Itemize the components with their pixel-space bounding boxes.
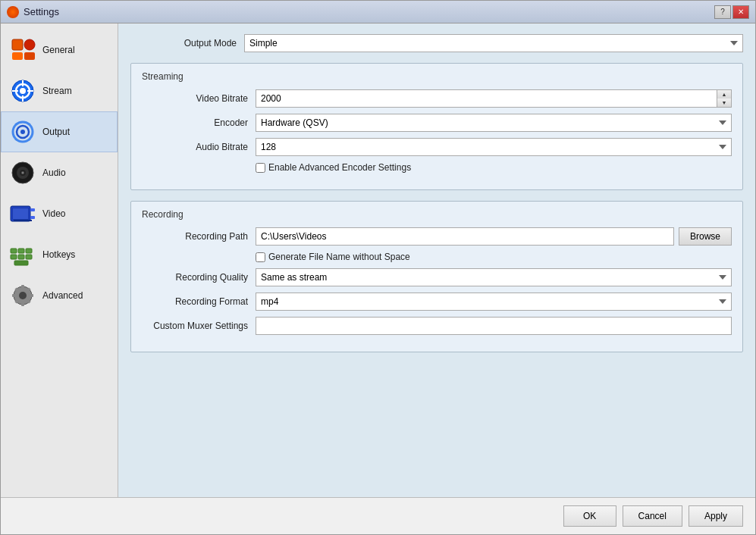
- video-icon-wrap: [9, 200, 36, 227]
- enable-advanced-checkbox[interactable]: [256, 163, 265, 173]
- bitrate-spin-up[interactable]: ▲: [717, 90, 731, 99]
- title-bar-controls: ? ✕: [714, 5, 749, 19]
- output-mode-row: Output Mode Simple Advanced: [130, 34, 743, 52]
- sidebar-item-general[interactable]: General: [1, 30, 118, 70]
- output-mode-wrap: Simple Advanced: [244, 34, 743, 52]
- svg-rect-28: [26, 249, 32, 253]
- recording-path-row: Recording Path Browse: [142, 227, 732, 246]
- recording-path-label: Recording Path: [142, 231, 248, 242]
- recording-format-select[interactable]: mp4 flv mkv mov ts: [256, 293, 732, 311]
- recording-quality-wrap: Same as stream High Quality, Medium File…: [256, 268, 732, 286]
- streaming-section: Streaming Video Bitrate ▲ ▼: [130, 63, 743, 190]
- encoder-label: Encoder: [142, 117, 248, 128]
- sidebar-item-advanced[interactable]: Advanced: [1, 275, 118, 316]
- svg-point-18: [22, 172, 24, 174]
- sidebar-label-output: Output: [42, 127, 70, 137]
- sidebar-label-hotkeys: Hotkeys: [42, 249, 75, 260]
- advanced-icon-wrap: [9, 282, 36, 309]
- encoder-select[interactable]: Hardware (QSV) Software (x264) Hardware …: [256, 114, 732, 132]
- sidebar: General Stream: [1, 23, 118, 497]
- sidebar-item-output[interactable]: Output: [1, 111, 118, 152]
- recording-quality-select[interactable]: Same as stream High Quality, Medium File…: [256, 268, 732, 286]
- svg-rect-32: [14, 261, 28, 265]
- window-title: Settings: [24, 6, 59, 17]
- recording-quality-label: Recording Quality: [142, 272, 248, 283]
- recording-path-input[interactable]: [256, 227, 674, 246]
- cancel-button[interactable]: Cancel: [623, 505, 682, 527]
- enable-advanced-row: Enable Advanced Encoder Settings: [256, 162, 732, 173]
- output-icon-wrap: [9, 118, 36, 145]
- app-icon: [7, 6, 19, 18]
- bottom-bar: OK Cancel Apply: [1, 497, 755, 534]
- audio-icon: [9, 159, 36, 186]
- svg-point-13: [20, 130, 25, 134]
- recording-section: Recording Recording Path Browse Generate…: [130, 201, 743, 352]
- recording-path-input-wrap: Browse: [256, 227, 732, 246]
- svg-rect-27: [18, 249, 24, 253]
- main-panel: Output Mode Simple Advanced Streaming Vi…: [118, 23, 755, 497]
- svg-point-1: [24, 39, 35, 50]
- ok-button[interactable]: OK: [563, 505, 616, 527]
- custom-muxer-wrap: [256, 317, 732, 335]
- sidebar-item-video[interactable]: Video: [1, 193, 118, 234]
- custom-muxer-input[interactable]: [256, 317, 732, 335]
- audio-bitrate-wrap: 64 96 128 160 192 256 320: [256, 138, 732, 156]
- general-icon-wrap: [9, 36, 36, 64]
- recording-format-label: Recording Format: [142, 296, 248, 307]
- recording-path-wrap: Browse: [256, 227, 732, 246]
- video-bitrate-label: Video Bitrate: [142, 93, 248, 104]
- svg-rect-29: [11, 255, 17, 259]
- video-bitrate-input[interactable]: [256, 89, 717, 108]
- svg-rect-38: [30, 294, 33, 297]
- video-bitrate-spinner: ▲ ▼: [717, 89, 732, 108]
- svg-rect-0: [12, 39, 23, 50]
- svg-rect-26: [11, 249, 17, 253]
- recording-format-row: Recording Format mp4 flv mkv mov ts: [142, 293, 732, 311]
- stream-icon-wrap: [9, 77, 36, 105]
- sidebar-label-general: General: [42, 45, 75, 55]
- recording-quality-row: Recording Quality Same as stream High Qu…: [142, 268, 732, 286]
- svg-rect-24: [30, 216, 35, 219]
- custom-muxer-row: Custom Muxer Settings: [142, 317, 732, 335]
- stream-icon: [9, 77, 36, 105]
- video-bitrate-row: Video Bitrate ▲ ▼: [142, 89, 732, 108]
- generate-filename-label[interactable]: Generate File Name without Space: [268, 252, 410, 262]
- sidebar-label-video: Video: [42, 208, 65, 219]
- title-bar-left: Settings: [7, 6, 59, 18]
- sidebar-item-audio[interactable]: Audio: [1, 152, 118, 193]
- bitrate-spin-down[interactable]: ▼: [717, 99, 731, 107]
- sidebar-item-stream[interactable]: Stream: [1, 70, 118, 111]
- content-area: General Stream: [1, 23, 755, 497]
- sidebar-label-stream: Stream: [42, 86, 72, 96]
- help-button[interactable]: ?: [714, 5, 731, 19]
- svg-rect-36: [21, 302, 24, 306]
- browse-button[interactable]: Browse: [679, 227, 732, 246]
- svg-rect-31: [26, 255, 32, 259]
- audio-bitrate-select[interactable]: 64 96 128 160 192 256 320: [256, 138, 732, 156]
- svg-rect-35: [21, 285, 24, 289]
- video-icon: [9, 200, 36, 227]
- recording-section-title: Recording: [142, 209, 732, 220]
- output-mode-label: Output Mode: [130, 38, 237, 48]
- output-icon: [9, 118, 36, 145]
- encoder-wrap: Hardware (QSV) Software (x264) Hardware …: [256, 114, 732, 132]
- svg-rect-22: [13, 208, 28, 219]
- close-button[interactable]: ✕: [732, 5, 749, 19]
- svg-rect-25: [14, 220, 32, 221]
- custom-muxer-label: Custom Muxer Settings: [142, 321, 248, 331]
- audio-bitrate-row: Audio Bitrate 64 96 128 160 192 256 320: [142, 138, 732, 156]
- general-icon: [9, 36, 36, 64]
- advanced-icon: [9, 282, 36, 309]
- apply-button[interactable]: Apply: [689, 505, 743, 527]
- encoder-row: Encoder Hardware (QSV) Software (x264) H…: [142, 114, 732, 132]
- hotkeys-icon: [9, 241, 36, 268]
- title-bar: Settings ? ✕: [1, 1, 755, 23]
- svg-rect-2: [12, 52, 23, 60]
- streaming-section-title: Streaming: [142, 71, 732, 82]
- hotkeys-icon-wrap: [9, 241, 36, 268]
- svg-rect-30: [18, 255, 24, 259]
- sidebar-item-hotkeys[interactable]: Hotkeys: [1, 234, 118, 275]
- generate-filename-checkbox[interactable]: [256, 252, 265, 262]
- output-mode-select[interactable]: Simple Advanced: [244, 34, 743, 52]
- enable-advanced-label[interactable]: Enable Advanced Encoder Settings: [268, 162, 411, 173]
